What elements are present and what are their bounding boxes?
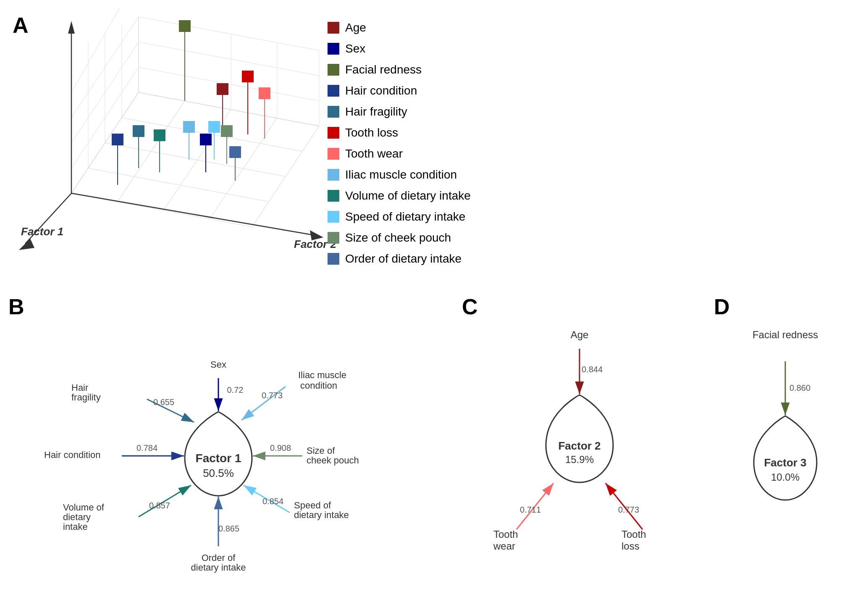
svg-rect-47	[200, 134, 212, 145]
svg-text:Hair condition: Hair condition	[44, 450, 101, 460]
svg-text:dietary: dietary	[63, 512, 91, 522]
svg-text:Facial redness: Facial redness	[753, 329, 818, 340]
legend-item: Facial redness	[328, 63, 508, 76]
legend-label: Age	[345, 21, 366, 34]
legend-label: Volume of dietary intake	[345, 189, 471, 203]
legend-item: Iliac muscle condition	[328, 168, 508, 182]
legend-label: Hair fragility	[345, 105, 407, 118]
legend-label: Tooth loss	[345, 126, 398, 139]
svg-text:Factor 2: Factor 2	[558, 439, 601, 452]
svg-text:wear: wear	[493, 540, 515, 552]
svg-text:15.9%: 15.9%	[565, 454, 594, 465]
legend-item: Size of cheek pouch	[328, 231, 508, 245]
svg-rect-61	[229, 146, 241, 158]
svg-text:intake: intake	[63, 521, 88, 532]
svg-text:0.655: 0.655	[153, 397, 174, 407]
svg-text:Iliac muscle: Iliac muscle	[298, 370, 346, 380]
svg-text:Tooth: Tooth	[621, 529, 646, 540]
svg-line-26	[139, 67, 319, 101]
legend-color-box	[328, 43, 339, 55]
svg-line-2	[105, 143, 286, 176]
svg-text:Factor 3: Factor 3	[764, 456, 806, 469]
panel-a: A	[8, 8, 512, 282]
svg-text:Sex: Sex	[210, 359, 226, 370]
legend-item: Hair condition	[328, 84, 508, 97]
legend-label: Speed of dietary intake	[345, 210, 465, 224]
svg-text:fragility: fragility	[71, 392, 101, 403]
legend-color-box	[328, 232, 339, 244]
svg-text:Hair: Hair	[71, 382, 88, 393]
svg-marker-30	[68, 21, 75, 34]
legend-color-box	[328, 148, 339, 160]
svg-text:0.857: 0.857	[149, 501, 170, 510]
svg-text:0.773: 0.773	[262, 391, 283, 400]
legend-item: Sex	[328, 42, 508, 55]
svg-text:10.0%: 10.0%	[771, 471, 800, 483]
svg-rect-41	[217, 83, 228, 95]
svg-text:dietary intake: dietary intake	[191, 562, 246, 573]
svg-rect-59	[221, 125, 233, 137]
svg-line-25	[139, 92, 319, 126]
svg-rect-49	[112, 134, 123, 145]
svg-line-28	[139, 17, 319, 50]
legend-item: Hair fragility	[328, 105, 508, 118]
svg-rect-51	[133, 125, 144, 137]
svg-rect-45	[259, 87, 270, 99]
legend-color-box	[328, 190, 339, 202]
svg-line-27	[139, 42, 319, 76]
legend-label: Hair condition	[345, 84, 417, 97]
svg-line-33	[71, 193, 315, 235]
svg-text:Volume of: Volume of	[63, 502, 105, 513]
svg-text:0.908: 0.908	[270, 443, 291, 453]
svg-text:0.854: 0.854	[262, 497, 283, 506]
legend-color-box	[328, 253, 339, 265]
svg-text:loss: loss	[621, 540, 640, 552]
legend-label: Tooth wear	[345, 147, 403, 161]
svg-text:0.865: 0.865	[218, 524, 239, 533]
svg-text:Age: Age	[571, 329, 589, 340]
svg-rect-53	[183, 121, 195, 133]
legend-color-box	[328, 211, 339, 223]
svg-text:dietary intake: dietary intake	[294, 510, 349, 520]
svg-line-9	[252, 126, 319, 227]
svg-text:0.72: 0.72	[227, 385, 244, 395]
legend: Age Sex Facial redness Hair condition Ha…	[328, 21, 508, 273]
factor1-diagram: Factor 1 50.5% Sex 0.72 Iliac muscle con…	[8, 294, 428, 588]
legend-item: Tooth loss	[328, 126, 508, 139]
legend-color-box	[328, 169, 339, 181]
legend-item: Order of dietary intake	[328, 252, 508, 266]
svg-text:0.860: 0.860	[789, 383, 810, 392]
legend-label: Order of dietary intake	[345, 252, 462, 266]
legend-color-box	[328, 22, 339, 34]
legend-label: Size of cheek pouch	[345, 231, 451, 245]
svg-text:Order of: Order of	[202, 553, 236, 563]
legend-color-box	[328, 64, 339, 76]
svg-text:0.711: 0.711	[520, 505, 541, 514]
svg-text:condition: condition	[300, 380, 337, 391]
svg-text:Speed of: Speed of	[294, 500, 331, 511]
svg-text:0.844: 0.844	[582, 365, 603, 374]
panel-d: D Factor 3 10.0% Facial redness 0.860	[714, 294, 857, 588]
legend-label: Iliac muscle condition	[345, 168, 457, 182]
panel-c: C Factor 2 15.9% Age 0.844 Tooth wear 0.…	[462, 294, 697, 588]
svg-line-1	[88, 168, 269, 202]
svg-text:0.784: 0.784	[136, 443, 157, 453]
main-container: A	[0, 0, 868, 600]
svg-line-6	[118, 101, 185, 202]
svg-text:Factor 1: Factor 1	[196, 452, 241, 465]
3d-plot: Factor 3 Factor 1 Factor 2	[8, 8, 336, 256]
svg-text:50.5%: 50.5%	[203, 467, 234, 479]
legend-label: Facial redness	[345, 63, 422, 76]
svg-text:Size of: Size of	[307, 445, 335, 456]
svg-rect-43	[242, 71, 254, 82]
legend-color-box	[328, 85, 339, 97]
legend-label: Sex	[345, 42, 365, 55]
svg-text:Tooth: Tooth	[493, 529, 518, 540]
svg-rect-55	[154, 129, 165, 141]
svg-text:Factor 1: Factor 1	[21, 225, 63, 238]
panel-b: B Factor 1 50.5% Sex 0.72 Iliac muscle c…	[8, 294, 428, 588]
svg-marker-32	[19, 239, 34, 250]
legend-item: Tooth wear	[328, 147, 508, 161]
svg-text:cheek pouch: cheek pouch	[307, 455, 359, 466]
factor3-diagram: Factor 3 10.0% Facial redness 0.860	[714, 294, 857, 588]
